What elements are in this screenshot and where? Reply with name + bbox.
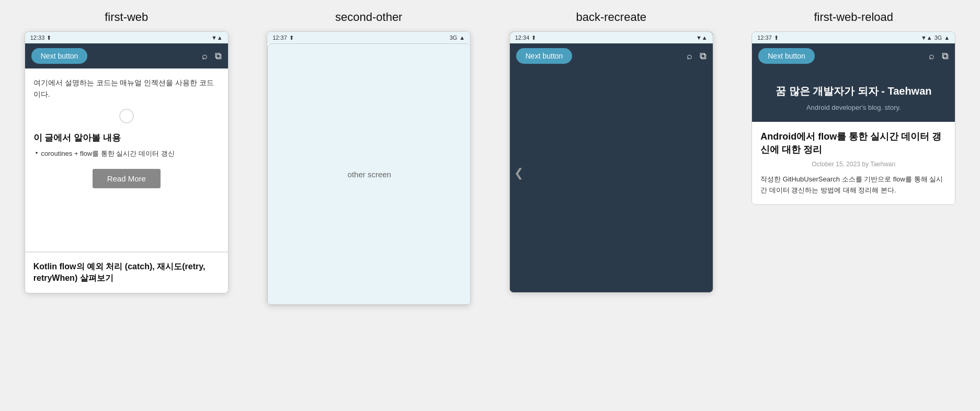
- article-title-4: Android에서 flow를 통한 실시간 데이터 갱신에 대한 정리: [760, 130, 947, 156]
- search-icon-1[interactable]: ⌕: [202, 51, 208, 62]
- signal-icon-4: ▲: [944, 35, 950, 41]
- blog-subtitle-4: Android developer's blog. story.: [762, 104, 944, 111]
- dark-content-3: ❮: [510, 68, 713, 278]
- bottom-card-title-1: Kotlin flow의 예외 처리 (catch), 재시도(retry, r…: [33, 261, 220, 284]
- signal-2: ⬆: [289, 35, 294, 41]
- article-body-4: 작성한 GitHubUserSearch 소스를 기반으로 flow를 통해 실…: [760, 174, 947, 196]
- next-button-1[interactable]: Next button: [31, 48, 88, 64]
- bottom-card-1: Kotlin flow의 예외 처리 (catch), 재시도(retry, r…: [25, 252, 228, 293]
- article-meta-4: October 15, 2023 by Taehwan: [760, 161, 947, 168]
- column-first-web-reload: first-web-reload 12:37 ⬆ ▼▲ 3G ▲ Next bu…: [733, 10, 975, 205]
- status-bar-2: 12:37 ⬆ 3G ▲: [267, 32, 470, 43]
- blog-header-4: 꿈 많은 개발자가 되자 - Taehwan Android developer…: [752, 68, 955, 122]
- loading-circle-1: [119, 109, 134, 123]
- other-screen: other screen: [267, 43, 471, 305]
- read-more-button-1[interactable]: Read More: [93, 169, 161, 188]
- status-bar-1: 12:33 ⬆ ▼▲: [25, 32, 228, 43]
- search-icon-3[interactable]: ⌕: [687, 51, 692, 62]
- column-title-first-web-reload: first-web-reload: [814, 10, 893, 24]
- wifi-icon-3: ▼▲: [696, 35, 708, 41]
- time-4: 12:37: [757, 35, 772, 41]
- column-title-back-recreate: back-recreate: [576, 10, 646, 24]
- other-screen-label: other screen: [348, 170, 391, 179]
- signal-icon-2: ▲: [459, 35, 465, 41]
- network-4: 3G: [935, 35, 942, 41]
- intro-text-1: 여기에서 설명하는 코드는 매뉴얼 인젝션을 사용한 코드이다.: [33, 77, 220, 100]
- wifi-icon-4: ▼▲: [921, 35, 932, 41]
- bullet-item-1: • coroutines + flow를 통한 실시간 데이터 갱신: [33, 149, 220, 158]
- time-2: 12:37: [272, 35, 287, 41]
- rss-icon-4[interactable]: ⧉: [942, 51, 949, 62]
- signal-1: ⬆: [47, 35, 51, 41]
- app-bar-3: Next button ⌕ ⧉: [510, 43, 713, 68]
- search-icon-4[interactable]: ⌕: [929, 51, 935, 62]
- time-1: 12:33: [30, 35, 45, 41]
- blog-title-4: 꿈 많은 개발자가 되자 - Taehwan: [762, 84, 944, 98]
- phone-frame-second-other: 12:37 ⬆ 3G ▲ other screen: [267, 31, 471, 305]
- next-button-3[interactable]: Next button: [516, 48, 573, 64]
- status-bar-4: 12:37 ⬆ ▼▲ 3G ▲: [752, 32, 955, 43]
- column-back-recreate: back-recreate 12:34 ⬆ ▼▲ Next button ⌕ ⧉…: [490, 10, 733, 293]
- column-title-second-other: second-other: [335, 10, 402, 24]
- signal-3: ⬆: [531, 35, 536, 41]
- status-bar-3: 12:34 ⬆ ▼▲: [510, 32, 713, 43]
- content-area-1: 여기에서 설명하는 코드는 매뉴얼 인젝션을 사용한 코드이다. 이 글에서 알…: [25, 68, 228, 252]
- column-title-first-web: first-web: [105, 10, 148, 24]
- phone-frame-first-web: 12:33 ⬆ ▼▲ Next button ⌕ ⧉ 여기에서 설명하는 코드는…: [25, 31, 229, 293]
- section-title-1: 이 글에서 알아볼 내용: [33, 132, 220, 144]
- column-first-web: first-web 12:33 ⬆ ▼▲ Next button ⌕ ⧉ 여기에…: [5, 10, 248, 293]
- next-button-4[interactable]: Next button: [758, 48, 815, 64]
- time-3: 12:34: [515, 35, 530, 41]
- rss-icon-1[interactable]: ⧉: [215, 51, 222, 62]
- column-second-other: second-other 12:37 ⬆ 3G ▲ other screen: [248, 10, 491, 305]
- network-2: 3G: [450, 35, 458, 41]
- phone-frame-back-recreate: 12:34 ⬆ ▼▲ Next button ⌕ ⧉ ❮: [509, 31, 713, 293]
- rss-icon-3[interactable]: ⧉: [700, 51, 706, 62]
- article-card-4: Android에서 flow를 통한 실시간 데이터 갱신에 대한 정리 Oct…: [752, 122, 955, 204]
- wifi-icon-1: ▼▲: [211, 35, 223, 41]
- phone-frame-first-web-reload: 12:37 ⬆ ▼▲ 3G ▲ Next button ⌕ ⧉ 꿈 많은 개발자…: [751, 31, 955, 205]
- signal-4: ⬆: [774, 35, 779, 41]
- chevron-left-icon-3[interactable]: ❮: [514, 166, 523, 180]
- app-bar-1: Next button ⌕ ⧉: [25, 43, 228, 68]
- app-bar-4: Next button ⌕ ⧉: [752, 43, 955, 68]
